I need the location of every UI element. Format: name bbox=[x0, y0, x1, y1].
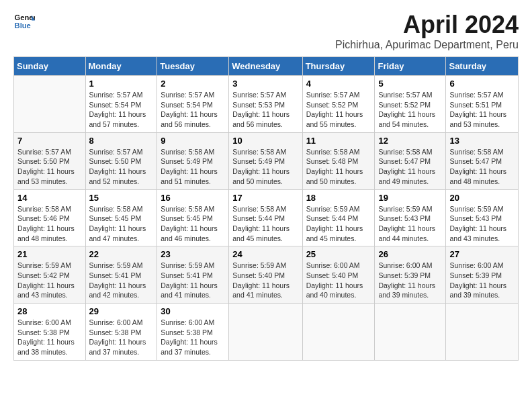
cell-info: Sunrise: 5:58 AM Sunset: 5:44 PM Dayligh… bbox=[232, 204, 298, 244]
day-number: 21 bbox=[17, 249, 82, 259]
day-number: 8 bbox=[89, 136, 154, 146]
column-header-monday: Monday bbox=[85, 57, 157, 76]
cell-info: Sunrise: 5:57 AM Sunset: 5:50 PM Dayligh… bbox=[89, 147, 154, 187]
day-number: 26 bbox=[378, 249, 442, 259]
day-number: 7 bbox=[17, 136, 82, 146]
calendar-cell: 24Sunrise: 5:59 AM Sunset: 5:40 PM Dayli… bbox=[229, 246, 302, 304]
calendar-cell: 28Sunrise: 6:00 AM Sunset: 5:38 PM Dayli… bbox=[14, 304, 86, 361]
column-header-sunday: Sunday bbox=[14, 57, 86, 76]
cell-info: Sunrise: 5:59 AM Sunset: 5:43 PM Dayligh… bbox=[378, 204, 442, 244]
svg-text:Blue: Blue bbox=[15, 21, 31, 30]
calendar-cell: 11Sunrise: 5:58 AM Sunset: 5:48 PM Dayli… bbox=[302, 132, 375, 189]
cell-info: Sunrise: 5:58 AM Sunset: 5:45 PM Dayligh… bbox=[89, 204, 154, 244]
cell-info: Sunrise: 5:59 AM Sunset: 5:42 PM Dayligh… bbox=[17, 261, 82, 300]
calendar-cell: 23Sunrise: 5:59 AM Sunset: 5:41 PM Dayli… bbox=[157, 246, 229, 304]
cell-info: Sunrise: 5:57 AM Sunset: 5:53 PM Dayligh… bbox=[232, 90, 298, 130]
day-number: 19 bbox=[378, 193, 442, 203]
day-number: 14 bbox=[17, 193, 82, 203]
calendar-cell: 6Sunrise: 5:57 AM Sunset: 5:51 PM Daylig… bbox=[446, 76, 519, 133]
cell-info: Sunrise: 6:00 AM Sunset: 5:38 PM Dayligh… bbox=[17, 318, 82, 357]
day-number: 29 bbox=[89, 306, 154, 316]
calendar-cell: 20Sunrise: 5:59 AM Sunset: 5:43 PM Dayli… bbox=[446, 189, 519, 246]
calendar-cell: 3Sunrise: 5:57 AM Sunset: 5:53 PM Daylig… bbox=[229, 76, 302, 133]
column-header-tuesday: Tuesday bbox=[157, 57, 229, 76]
column-header-saturday: Saturday bbox=[446, 57, 519, 76]
logo-icon: General Blue bbox=[13, 11, 35, 32]
day-number: 2 bbox=[161, 79, 225, 89]
cell-info: Sunrise: 5:59 AM Sunset: 5:40 PM Dayligh… bbox=[232, 261, 298, 300]
cell-info: Sunrise: 5:58 AM Sunset: 5:47 PM Dayligh… bbox=[378, 147, 442, 187]
calendar-cell: 21Sunrise: 5:59 AM Sunset: 5:42 PM Dayli… bbox=[14, 246, 86, 304]
calendar-week-1: 1Sunrise: 5:57 AM Sunset: 5:54 PM Daylig… bbox=[14, 76, 519, 133]
calendar-cell bbox=[302, 304, 375, 361]
calendar-cell: 27Sunrise: 6:00 AM Sunset: 5:39 PM Dayli… bbox=[446, 246, 519, 304]
day-number: 5 bbox=[378, 79, 442, 89]
column-header-friday: Friday bbox=[375, 57, 446, 76]
cell-info: Sunrise: 5:59 AM Sunset: 5:44 PM Dayligh… bbox=[306, 204, 371, 244]
calendar-week-4: 21Sunrise: 5:59 AM Sunset: 5:42 PM Dayli… bbox=[14, 246, 519, 304]
calendar-cell: 29Sunrise: 6:00 AM Sunset: 5:38 PM Dayli… bbox=[85, 304, 157, 361]
cell-info: Sunrise: 5:58 AM Sunset: 5:49 PM Dayligh… bbox=[232, 147, 298, 187]
calendar-cell bbox=[14, 76, 86, 133]
cell-info: Sunrise: 5:58 AM Sunset: 5:45 PM Dayligh… bbox=[161, 204, 225, 244]
day-number: 3 bbox=[232, 79, 298, 89]
calendar-cell: 22Sunrise: 5:59 AM Sunset: 5:41 PM Dayli… bbox=[85, 246, 157, 304]
day-number: 25 bbox=[306, 249, 371, 259]
logo: General Blue bbox=[13, 11, 35, 32]
calendar-cell: 16Sunrise: 5:58 AM Sunset: 5:45 PM Dayli… bbox=[157, 189, 229, 246]
cell-info: Sunrise: 5:58 AM Sunset: 5:49 PM Dayligh… bbox=[161, 147, 225, 187]
calendar-cell: 25Sunrise: 6:00 AM Sunset: 5:40 PM Dayli… bbox=[302, 246, 375, 304]
day-number: 4 bbox=[306, 79, 371, 89]
day-number: 16 bbox=[161, 193, 225, 203]
calendar-cell: 10Sunrise: 5:58 AM Sunset: 5:49 PM Dayli… bbox=[229, 132, 302, 189]
header: General Blue April 2024 Pichirhua, Apuri… bbox=[13, 11, 519, 51]
cell-info: Sunrise: 6:00 AM Sunset: 5:39 PM Dayligh… bbox=[378, 261, 442, 300]
calendar-cell: 19Sunrise: 5:59 AM Sunset: 5:43 PM Dayli… bbox=[375, 189, 446, 246]
day-number: 18 bbox=[306, 193, 371, 203]
calendar-cell bbox=[229, 304, 302, 361]
calendar-cell: 13Sunrise: 5:58 AM Sunset: 5:47 PM Dayli… bbox=[446, 132, 519, 189]
calendar-week-3: 14Sunrise: 5:58 AM Sunset: 5:46 PM Dayli… bbox=[14, 189, 519, 246]
calendar-cell: 18Sunrise: 5:59 AM Sunset: 5:44 PM Dayli… bbox=[302, 189, 375, 246]
cell-info: Sunrise: 5:57 AM Sunset: 5:54 PM Dayligh… bbox=[161, 90, 225, 130]
calendar-cell: 4Sunrise: 5:57 AM Sunset: 5:52 PM Daylig… bbox=[302, 76, 375, 133]
cell-info: Sunrise: 5:59 AM Sunset: 5:41 PM Dayligh… bbox=[161, 261, 225, 300]
calendar-cell: 12Sunrise: 5:58 AM Sunset: 5:47 PM Dayli… bbox=[375, 132, 446, 189]
cell-info: Sunrise: 5:58 AM Sunset: 5:48 PM Dayligh… bbox=[306, 147, 371, 187]
cell-info: Sunrise: 5:57 AM Sunset: 5:50 PM Dayligh… bbox=[17, 147, 82, 187]
calendar-cell: 9Sunrise: 5:58 AM Sunset: 5:49 PM Daylig… bbox=[157, 132, 229, 189]
day-number: 13 bbox=[449, 136, 515, 146]
day-number: 23 bbox=[161, 249, 225, 259]
month-title: April 2024 bbox=[335, 11, 519, 39]
title-area: April 2024 Pichirhua, Apurimac Departmen… bbox=[335, 11, 519, 51]
day-number: 12 bbox=[378, 136, 442, 146]
calendar-cell: 5Sunrise: 5:57 AM Sunset: 5:52 PM Daylig… bbox=[375, 76, 446, 133]
calendar-table: SundayMondayTuesdayWednesdayThursdayFrid… bbox=[13, 56, 519, 361]
calendar-cell bbox=[446, 304, 519, 361]
calendar-week-2: 7Sunrise: 5:57 AM Sunset: 5:50 PM Daylig… bbox=[14, 132, 519, 189]
cell-info: Sunrise: 6:00 AM Sunset: 5:38 PM Dayligh… bbox=[89, 318, 154, 357]
column-header-wednesday: Wednesday bbox=[229, 57, 302, 76]
calendar-cell: 30Sunrise: 6:00 AM Sunset: 5:38 PM Dayli… bbox=[157, 304, 229, 361]
day-number: 27 bbox=[449, 249, 515, 259]
calendar-cell bbox=[375, 304, 446, 361]
calendar-cell: 8Sunrise: 5:57 AM Sunset: 5:50 PM Daylig… bbox=[85, 132, 157, 189]
day-number: 1 bbox=[89, 79, 154, 89]
cell-info: Sunrise: 5:59 AM Sunset: 5:43 PM Dayligh… bbox=[449, 204, 515, 244]
cell-info: Sunrise: 5:57 AM Sunset: 5:52 PM Dayligh… bbox=[306, 90, 371, 130]
cell-info: Sunrise: 5:58 AM Sunset: 5:47 PM Dayligh… bbox=[449, 147, 515, 187]
calendar-cell: 14Sunrise: 5:58 AM Sunset: 5:46 PM Dayli… bbox=[14, 189, 86, 246]
day-number: 28 bbox=[17, 306, 82, 316]
day-number: 10 bbox=[232, 136, 298, 146]
day-number: 9 bbox=[161, 136, 225, 146]
cell-info: Sunrise: 6:00 AM Sunset: 5:40 PM Dayligh… bbox=[306, 261, 371, 300]
day-number: 6 bbox=[449, 79, 515, 89]
calendar-cell: 7Sunrise: 5:57 AM Sunset: 5:50 PM Daylig… bbox=[14, 132, 86, 189]
calendar-week-5: 28Sunrise: 6:00 AM Sunset: 5:38 PM Dayli… bbox=[14, 304, 519, 361]
cell-info: Sunrise: 6:00 AM Sunset: 5:39 PM Dayligh… bbox=[449, 261, 515, 300]
calendar-cell: 1Sunrise: 5:57 AM Sunset: 5:54 PM Daylig… bbox=[85, 76, 157, 133]
column-header-thursday: Thursday bbox=[302, 57, 375, 76]
day-number: 22 bbox=[89, 249, 154, 259]
cell-info: Sunrise: 5:57 AM Sunset: 5:54 PM Dayligh… bbox=[89, 90, 154, 130]
cell-info: Sunrise: 5:57 AM Sunset: 5:52 PM Dayligh… bbox=[378, 90, 442, 130]
